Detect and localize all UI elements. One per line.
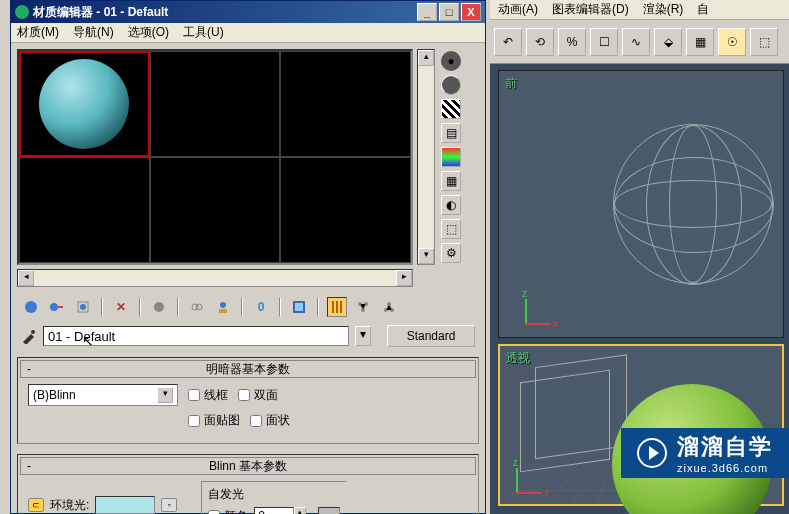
material-slot-4[interactable] [19, 157, 150, 263]
make-preview-icon[interactable]: ▦ [441, 171, 461, 191]
select-by-material-icon[interactable]: ⬚ [441, 219, 461, 239]
options-icon[interactable]: ◐ [441, 195, 461, 215]
material-slot-3[interactable] [280, 51, 411, 157]
rollout-title-text: 明暗器基本参数 [206, 361, 290, 378]
shader-select-arrow[interactable]: ▾ [157, 387, 173, 403]
rollout-header-blinn[interactable]: -Blinn 基本参数 [20, 457, 476, 475]
svg-point-3 [80, 304, 86, 310]
material-preview-sphere [39, 59, 129, 149]
scroll-down-button[interactable]: ▾ [418, 248, 434, 264]
sample-type-icon[interactable]: ● [441, 51, 461, 71]
menu-animation[interactable]: 动画(A) [498, 1, 538, 18]
rollout-title-text: Blinn 基本参数 [209, 458, 287, 475]
faceted-checkbox[interactable]: 面状 [250, 412, 290, 429]
separator [279, 297, 281, 317]
separator [177, 297, 179, 317]
put-to-library-icon[interactable] [213, 297, 233, 317]
svg-rect-10 [295, 303, 303, 311]
material-slot-2[interactable] [150, 51, 281, 157]
menu-customize[interactable]: 自 [697, 1, 709, 18]
self-illum-value[interactable] [254, 507, 294, 514]
undo-icon[interactable]: ↶ [494, 28, 522, 56]
watermark-url: zixue.3d66.com [677, 462, 773, 474]
assign-to-selection-icon[interactable] [73, 297, 93, 317]
material-type-button[interactable]: Standard [387, 325, 475, 347]
slots-hscrollbar[interactable]: ◂ ▸ [17, 269, 413, 287]
shader-select[interactable]: (B)Blinn ▾ [28, 384, 178, 406]
main-toolbar: ✕ 0 [17, 297, 479, 317]
make-unique-icon[interactable] [187, 297, 207, 317]
make-copy-icon[interactable] [149, 297, 169, 317]
face-map-checkbox[interactable]: 面贴图 [188, 412, 240, 429]
material-id-icon[interactable]: 0 [251, 297, 271, 317]
snap-icon[interactable]: ☐ [590, 28, 618, 56]
material-slots [17, 49, 413, 265]
go-forward-icon[interactable] [379, 297, 399, 317]
menu-material[interactable]: 材质(M) [17, 24, 59, 41]
array-icon[interactable]: ▦ [686, 28, 714, 56]
blinn-params-rollout: -Blinn 基本参数 ⊂ 环境光: ▫ 自发光 颜色 [17, 454, 479, 514]
diffuse-lock-icon[interactable]: ▫ [161, 498, 177, 512]
titlebar[interactable]: 材质编辑器 - 01 - Default _ □ X [11, 1, 485, 23]
scroll-left-button[interactable]: ◂ [18, 270, 34, 286]
svg-rect-8 [219, 309, 227, 313]
maximize-button[interactable]: □ [439, 3, 459, 21]
watermark: 溜溜自学 zixue.3d66.com [621, 428, 789, 478]
spinner-up[interactable]: ▴ [294, 507, 306, 514]
material-map-navigator-icon[interactable]: ⚙ [441, 243, 461, 263]
material-slot-1[interactable] [19, 51, 150, 157]
named-selection-icon[interactable]: ☉ [718, 28, 746, 56]
rollout-header-shader[interactable]: -明暗器基本参数 [20, 360, 476, 378]
percent-snap-icon[interactable]: % [558, 28, 586, 56]
client-area: ▴ ▾ ● ▤ ▦ ◐ ⬚ ⚙ ◂ ▸ [11, 43, 485, 514]
align-icon[interactable]: ∿ [622, 28, 650, 56]
layers-icon[interactable]: ⬚ [750, 28, 778, 56]
put-to-scene-icon[interactable] [47, 297, 67, 317]
material-name-row: ▾ Standard [17, 325, 479, 347]
wire-checkbox[interactable]: 线框 [188, 387, 228, 404]
background-icon[interactable] [441, 99, 461, 119]
self-illum-spinner[interactable]: ▴▾ [254, 507, 306, 514]
self-illum-label: 自发光 [208, 486, 340, 503]
slots-vscrollbar[interactable]: ▴ ▾ [417, 49, 435, 265]
self-illum-color-checkbox[interactable]: 颜色 [208, 508, 248, 515]
show-end-result-icon[interactable] [327, 297, 347, 317]
show-map-icon[interactable] [289, 297, 309, 317]
menu-render[interactable]: 渲染(R) [643, 1, 684, 18]
reset-icon[interactable]: ✕ [111, 297, 131, 317]
mirror-icon[interactable]: ⬙ [654, 28, 682, 56]
viewport-front[interactable]: 前 z x [498, 70, 784, 338]
material-slot-6[interactable] [280, 157, 411, 263]
viewport-perspective[interactable]: 透视 z x [498, 344, 784, 506]
backlight-icon[interactable] [441, 75, 461, 95]
material-name-input[interactable] [43, 326, 349, 346]
scroll-right-button[interactable]: ▸ [396, 270, 412, 286]
pick-material-icon[interactable] [21, 328, 37, 344]
material-name-dropdown[interactable]: ▾ [355, 326, 371, 346]
select-link-icon[interactable]: ⟲ [526, 28, 554, 56]
separator [241, 297, 243, 317]
close-button[interactable]: X [461, 3, 481, 21]
minimize-button[interactable]: _ [417, 3, 437, 21]
material-slot-5[interactable] [150, 157, 281, 263]
side-toolbar: ● ▤ ▦ ◐ ⬚ ⚙ [439, 51, 463, 265]
play-icon [637, 438, 667, 468]
menu-tools[interactable]: 工具(U) [183, 24, 224, 41]
menu-navigate[interactable]: 导航(N) [73, 24, 114, 41]
menu-graph-editors[interactable]: 图表编辑器(D) [552, 1, 629, 18]
get-material-icon[interactable] [21, 297, 41, 317]
ambient-color-swatch[interactable] [95, 496, 155, 514]
svg-point-4 [154, 302, 164, 312]
video-color-icon[interactable] [441, 147, 461, 167]
ambient-lock-icon[interactable]: ⊂ [28, 498, 44, 512]
sample-uv-icon[interactable]: ▤ [441, 123, 461, 143]
go-parent-icon[interactable] [353, 297, 373, 317]
material-editor-window: 材质编辑器 - 01 - Default _ □ X 材质(M) 导航(N) 选… [10, 0, 486, 514]
scroll-up-button[interactable]: ▴ [418, 50, 434, 66]
self-illum-map-button[interactable] [318, 507, 340, 514]
ambient-label: 环境光: [50, 497, 89, 514]
menu-options[interactable]: 选项(O) [128, 24, 169, 41]
main-menubar: 动画(A) 图表编辑器(D) 渲染(R) 自 [490, 0, 789, 20]
two-sided-checkbox[interactable]: 双面 [238, 387, 278, 404]
svg-point-1 [50, 303, 58, 311]
